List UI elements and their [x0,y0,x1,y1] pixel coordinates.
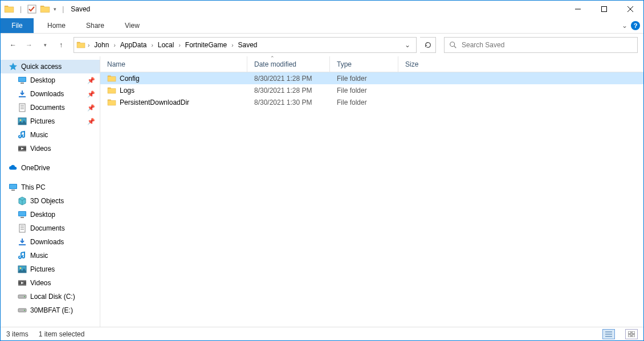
desktop-icon [18,210,27,219]
nav-item[interactable]: Downloads [1,235,100,249]
chevron-right-icon[interactable]: › [150,42,154,48]
pin-icon: 📌 [87,77,95,84]
column-name[interactable]: Name [100,56,247,72]
chevron-right-icon[interactable]: › [230,42,234,48]
minimize-button[interactable] [565,1,591,18]
file-type: File folder [330,96,398,108]
search-input[interactable] [462,41,633,49]
svg-rect-25 [628,331,631,334]
svg-rect-27 [628,335,631,337]
file-date: 8/30/2021 1:28 PM [247,72,330,84]
svg-rect-17 [602,7,607,12]
nav-item[interactable]: Documents📌 [1,101,100,114]
pin-icon: 📌 [87,104,95,112]
pin-icon: 📌 [87,118,95,125]
quick-access-root[interactable]: Quick access [1,60,100,73]
pin-icon: 📌 [87,91,95,98]
file-row[interactable]: Config8/30/2021 1:28 PMFile folder [100,72,643,84]
chevron-right-icon[interactable]: › [87,42,91,48]
nav-item-label: 30MBFAT (E:) [30,306,73,314]
onedrive-label: OneDrive [21,164,50,172]
back-button[interactable]: ← [6,38,20,52]
breadcrumb-item[interactable]: Saved [236,40,260,50]
tab-home[interactable]: Home [37,18,76,33]
maximize-button[interactable] [591,1,617,18]
file-row[interactable]: Logs8/30/2021 1:28 PMFile folder [100,84,643,96]
nav-item[interactable]: Local Disk (C:) [1,290,100,303]
nav-item[interactable]: Music [1,249,100,262]
file-type: File folder [330,72,398,84]
status-bar: 3 items 1 item selected [1,327,643,340]
nav-item-label: Videos [30,145,51,153]
chevron-right-icon[interactable]: › [177,42,181,48]
chevron-right-icon[interactable]: › [112,42,116,48]
file-tab[interactable]: File [1,18,34,33]
content-area: Name Date modified Type Size ⌃ Config8/3… [100,56,643,327]
file-row[interactable]: PersistentDownloadDir8/30/2021 1:30 PMFi… [100,96,643,108]
nav-item[interactable]: Desktop📌 [1,73,100,87]
breadcrumb-item[interactable]: AppData [118,40,149,50]
address-dropdown-icon[interactable]: ⌄ [401,41,414,49]
address-bar[interactable]: › John › AppData › Local › FortniteGame … [74,37,417,53]
titlebar: | ▾ | Saved [1,1,643,18]
nav-item-label: Documents [30,224,65,232]
quick-access-label: Quick access [21,63,62,71]
qat-dropdown-icon[interactable]: ▾ [54,6,56,12]
folder-icon [107,74,116,83]
nav-item[interactable]: Documents [1,221,100,235]
refresh-button[interactable] [420,37,436,53]
file-type: File folder [330,84,398,96]
desktop-icon [18,76,27,85]
ribbon-expand-icon[interactable]: ⌄ [622,22,627,30]
onedrive-root[interactable]: OneDrive [1,161,100,175]
column-date[interactable]: Date modified [247,56,330,72]
file-name: Logs [120,87,134,95]
column-headers: Name Date modified Type Size ⌃ [100,56,643,72]
nav-item[interactable]: Downloads📌 [1,87,100,101]
ribbon: File Home Share View ⌄ ? [1,18,643,34]
close-button[interactable] [617,1,643,18]
tab-view[interactable]: View [115,18,150,33]
status-selection: 1 item selected [39,330,85,338]
file-list[interactable]: Config8/30/2021 1:28 PMFile folderLogs8/… [100,72,643,327]
nav-item[interactable]: Videos [1,276,100,290]
breadcrumb-item[interactable]: Local [156,40,177,50]
file-date: 8/30/2021 1:28 PM [247,84,330,96]
status-item-count: 3 items [6,330,28,338]
documents-icon [18,103,27,112]
navigation-pane[interactable]: Quick access Desktop📌Downloads📌Documents… [1,56,100,327]
up-button[interactable]: ↑ [54,38,68,52]
tab-share[interactable]: Share [76,18,115,33]
this-pc-root[interactable]: This PC [1,180,100,194]
music-icon [18,130,27,139]
svg-rect-28 [632,335,635,337]
column-type[interactable]: Type [330,56,398,72]
videos-icon [18,278,27,287]
column-size[interactable]: Size [398,56,441,72]
nav-item[interactable]: Videos [1,142,100,155]
nav-item[interactable]: Pictures [1,262,100,276]
nav-item-label: 3D Objects [30,197,64,205]
nav-item[interactable]: 30MBFAT (E:) [1,303,100,317]
disk-icon [18,306,27,315]
file-size [398,96,441,108]
file-size [398,84,441,96]
recent-locations-button[interactable]: ▾ [38,38,52,52]
nav-item-label: Videos [30,279,51,287]
nav-item[interactable]: Desktop [1,208,100,221]
nav-item[interactable]: 3D Objects [1,194,100,208]
nav-item-label: Music [30,131,48,139]
downloads-icon [18,237,27,246]
check-icon[interactable] [27,5,36,14]
breadcrumb-item[interactable]: FortniteGame [183,40,229,50]
details-view-button[interactable] [602,329,615,339]
breadcrumb-item[interactable]: John [92,40,111,50]
nav-item-label: Documents [30,104,65,112]
thumbnails-view-button[interactable] [625,329,638,339]
search-box[interactable] [444,37,638,53]
forward-button[interactable]: → [22,38,36,52]
help-icon[interactable]: ? [631,21,640,30]
nav-item[interactable]: Music [1,128,100,142]
file-name: PersistentDownloadDir [120,98,189,106]
nav-item[interactable]: Pictures📌 [1,114,100,128]
